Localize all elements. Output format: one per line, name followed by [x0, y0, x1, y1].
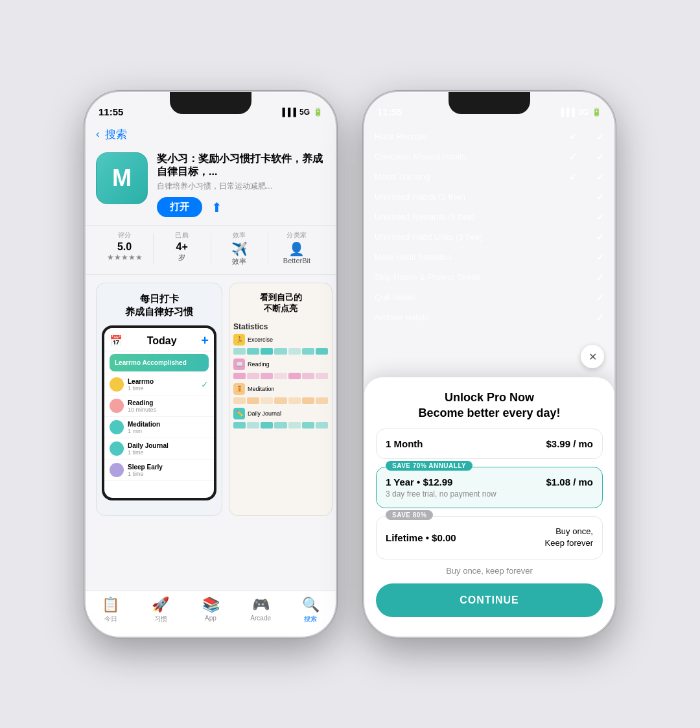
- stat-exercise: 🏃 Excercise: [233, 334, 328, 346]
- feature-name-9: Archive Habits: [375, 312, 429, 322]
- feature-row-5: Unlimited Habit Units (3 free) ✓ ✓: [369, 228, 609, 248]
- status-icons-right: ▐▐▐ 3G 🔋: [558, 108, 601, 117]
- screenshots-section: 每日打卡养成自律好习惯 📅 Today + Learrmo A: [86, 275, 336, 524]
- highlighted-habit: Learrmo Accomplished: [110, 354, 209, 371]
- pro-check-7: ✓: [596, 272, 604, 283]
- battery-icon-right: 🔋: [592, 108, 601, 117]
- plan-2-price: $1.08 / mo: [546, 476, 593, 487]
- tab-arcade[interactable]: 🎮 Arcade: [236, 596, 286, 624]
- habit-dot-2: [110, 399, 124, 413]
- feature-row-6: More Habit Statistics ✓ ✓: [369, 248, 609, 268]
- pro-check-8: ✓: [596, 292, 604, 303]
- plan-lifetime[interactable]: SAVE 80% Lifetime • $0.00 Buy once,Keep …: [376, 516, 603, 559]
- habit-text-4: Daily Journal 1 time: [128, 442, 169, 456]
- screenshot-2: 看到自己的不断点亮 Statistics 🏃 Excercise: [229, 283, 332, 516]
- feature-name-2: Mood Tracking: [375, 172, 430, 182]
- exercise-icon: 🏃: [233, 334, 245, 346]
- habit-text-1: Learrmo 1 time: [128, 378, 154, 392]
- journal-label: Daily Journal: [248, 410, 281, 417]
- habit-item-4: Daily Journal 1 time: [104, 438, 214, 460]
- plan-2-header: 1 Year • $12.99 $1.08 / mo: [386, 476, 593, 487]
- feature-checks-1: ✓ ✓: [569, 152, 604, 162]
- free-check-7: ✓: [569, 272, 577, 283]
- tab-bar-left: 📋 今日 🚀 习惯 📚 App 🎮 Arcade 🔍 搜索: [86, 591, 336, 637]
- feature-checks-4: ✓ ✓: [569, 212, 604, 222]
- plan-1-year[interactable]: SAVE 70% ANNUALLY 1 Year • $12.99 $1.08 …: [376, 467, 603, 508]
- feature-checks-0: ✓ ✓: [569, 132, 604, 142]
- stat-developer: 分类家 👤 BetterBit: [268, 231, 325, 266]
- stat-dev-name: BetterBit: [268, 257, 325, 264]
- right-phone: 11:55 ▐▐▐ 3G 🔋 Habit Reorder ✓ ✓: [363, 91, 616, 638]
- habit-dot-1: [110, 377, 124, 392]
- habit-item-1: Learrmo 1 time ✓: [104, 374, 214, 395]
- plan-1-month[interactable]: 1 Month $3.99 / mo: [376, 429, 603, 459]
- pro-check-3: ✓: [596, 192, 604, 202]
- feature-checks-9: ✓ ✓: [569, 312, 604, 323]
- back-label[interactable]: 搜索: [105, 127, 127, 142]
- share-icon[interactable]: ⬆: [211, 200, 222, 215]
- feature-checks-5: ✓ ✓: [569, 232, 604, 242]
- free-check-2: ✓: [569, 172, 577, 182]
- close-icon: ✕: [589, 351, 597, 363]
- stat-meditation: 🧘 Meditation: [233, 383, 328, 395]
- feature-name-0: Habit Reorder: [375, 132, 427, 141]
- mini-screen-1: 📅 Today + Learrmo Accomplished: [104, 328, 214, 498]
- feature-name-3: Unlimited Habits (5 free): [375, 192, 465, 202]
- habit-check-1: ✓: [201, 379, 209, 390]
- main-container: 11:55 ▐▐▐ 5G 🔋 ‹ 搜索 M 奖小习：奖励小习惯打卡软件，养成自律…: [84, 91, 616, 638]
- tab-habits-icon: 🚀: [152, 596, 169, 613]
- tab-habits[interactable]: 🚀 习惯: [135, 596, 185, 624]
- stats-grid: 🏃 Excercise: [229, 331, 332, 431]
- pro-check-1: ✓: [596, 152, 604, 162]
- time-left: 11:55: [99, 106, 123, 117]
- habit-dot-4: [110, 441, 124, 456]
- app-header: M 奖小习：奖励小习惯打卡软件，养成自律目标，... 自律培养小习惯，日常运动减…: [86, 147, 336, 226]
- battery-icon-left: 🔋: [313, 108, 323, 117]
- feature-checks-2: ✓ ✓: [569, 172, 604, 182]
- habit-dot-3: [110, 420, 124, 434]
- habit-item-3: Meditation 1 min: [104, 417, 214, 438]
- habit-text-3: Meditation 1 min: [128, 421, 160, 434]
- continue-button[interactable]: CONTINUE: [376, 583, 603, 617]
- feature-name-6: More Habit Statistics: [375, 252, 452, 262]
- stat-age-sub: 岁: [154, 253, 211, 263]
- feature-name-4: Unlimited Rewards (5 free): [375, 212, 475, 222]
- plan-1-header: 1 Month $3.99 / mo: [386, 438, 593, 449]
- free-check-5: ✓: [569, 232, 577, 242]
- meditation-label: Meditation: [248, 386, 275, 392]
- feature-row-7: Skip Habits & Protect Streak ✓ ✓: [369, 268, 609, 288]
- feature-checks-8: ✓ ✓: [569, 292, 604, 303]
- tab-search[interactable]: 🔍 搜索: [286, 596, 336, 624]
- tab-app-label: App: [205, 615, 216, 622]
- feature-checks-7: ✓ ✓: [569, 272, 604, 283]
- footer-text: Buy once, keep forever: [376, 566, 603, 576]
- free-check-4: ✓: [569, 212, 577, 222]
- feature-row-2: Mood Tracking ✓ ✓: [369, 167, 609, 187]
- badge-lifetime: SAVE 80%: [386, 510, 433, 520]
- close-button[interactable]: ✕: [581, 345, 604, 368]
- feature-row-1: Complete Missed Habits ✓ ✓: [369, 147, 609, 167]
- tab-today[interactable]: 📋 今日: [86, 596, 135, 624]
- tab-arcade-icon: 🎮: [252, 596, 270, 613]
- free-check-1: ✓: [569, 152, 577, 162]
- app-icon: M: [96, 152, 148, 204]
- stat-reading: 📖 Reading: [233, 358, 328, 370]
- app-store-nav: ‹ 搜索: [86, 124, 336, 147]
- plan-3-name: Lifetime • $0.00: [386, 532, 456, 543]
- stat-journal: ✏️ Daily Journal: [233, 408, 328, 419]
- free-check-3: ✓: [569, 192, 577, 202]
- reading-grid: [233, 373, 328, 379]
- open-button[interactable]: 打开: [157, 197, 202, 217]
- sheet-title: Unlock Pro NowBecome better every day!: [376, 390, 603, 421]
- stat-category-sub: 效率: [211, 257, 268, 266]
- screenshot-2-label: 看到自己的不断点亮: [229, 283, 332, 318]
- bottom-sheet: ✕ Unlock Pro NowBecome better every day!…: [364, 377, 614, 636]
- tab-search-icon: 🔍: [302, 596, 320, 613]
- back-arrow-icon[interactable]: ‹: [96, 128, 100, 141]
- tab-app[interactable]: 📚 App: [185, 596, 235, 624]
- feature-name-5: Unlimited Habit Units (3 free): [375, 232, 483, 242]
- free-check-0: ✓: [569, 132, 577, 142]
- mini-cal-icon: 📅: [110, 335, 122, 347]
- habit-dot-5: [110, 463, 124, 477]
- badge-annually: SAVE 70% ANNUALLY: [386, 461, 472, 471]
